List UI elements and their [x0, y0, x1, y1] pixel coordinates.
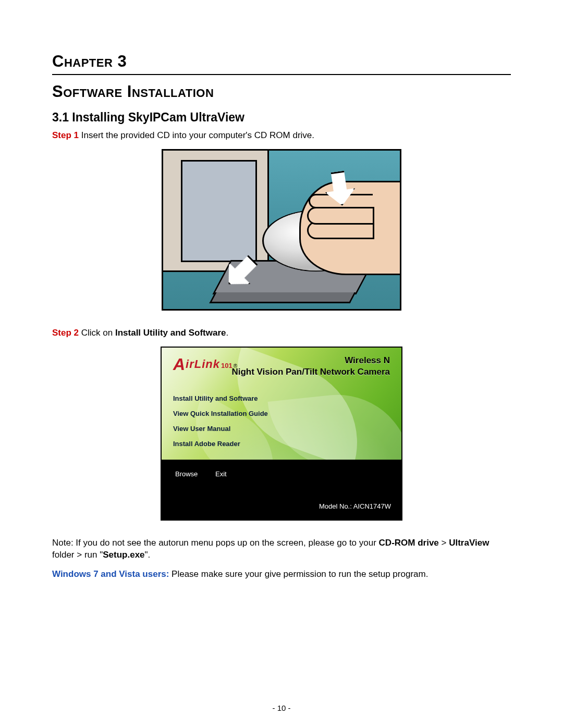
step2-text-after: . [226, 328, 229, 338]
step2-bold: Install Utility and Software [115, 328, 226, 338]
step2-text-before: Click on [79, 328, 115, 338]
step1-label: Step 1 [52, 130, 79, 140]
computer-panel-icon [181, 160, 257, 262]
installer-bottom-panel: Browse Exit Model No.: AICN1747W [162, 460, 401, 520]
step2-label: Step 2 [52, 328, 79, 338]
step2-paragraph: Step 2 Click on Install Utility and Soft… [52, 327, 511, 339]
product-title-line2: Night Vision Pan/Tilt Network Camera [231, 366, 390, 378]
product-title-line1: Wireless N [231, 355, 390, 366]
page-number: - 10 - [0, 704, 563, 712]
figure-installer: AirLink 101 ® Wireless N Night Vision Pa… [52, 347, 511, 523]
menu-install-adobe-reader[interactable]: Install Adobe Reader [173, 440, 268, 448]
figure-cd-insert [52, 149, 511, 313]
installer-menu: Install Utility and Software View Quick … [173, 394, 268, 455]
section-heading: 3.1 Installing SkyIPCam UltraView [52, 110, 511, 125]
logo-text: AirLink [173, 353, 220, 372]
installer-window: AirLink 101 ® Wireless N Night Vision Pa… [161, 347, 402, 521]
airlink-logo: AirLink 101 ® [173, 353, 237, 372]
step1-paragraph: Step 1 Insert the provided CD into your … [52, 130, 511, 142]
note-paragraph: Note: If you do not see the autorun menu… [52, 537, 511, 561]
browse-button[interactable]: Browse [175, 470, 198, 478]
product-title: Wireless N Night Vision Pan/Tilt Network… [231, 355, 390, 378]
windows-note-paragraph: Windows 7 and Vista users: Please make s… [52, 569, 511, 581]
chapter-title: Software Installation [52, 82, 511, 101]
note-cdrom: CD-ROM drive [379, 538, 439, 548]
windows-note-text: Please make sure your give permission to… [169, 569, 428, 579]
menu-install-utility[interactable]: Install Utility and Software [173, 394, 268, 402]
cd-insert-illustration [162, 149, 401, 311]
note-suffix: ". [145, 550, 151, 560]
chapter-rule [52, 74, 511, 75]
menu-view-quick-guide[interactable]: View Quick Installation Guide [173, 410, 268, 417]
logo-sub: 101 [221, 362, 232, 369]
document-page: Chapter 3 Software Installation 3.1 Inst… [0, 0, 563, 728]
chapter-label: Chapter 3 [52, 52, 511, 71]
step1-text: Insert the provided CD into your compute… [79, 130, 314, 140]
windows-note-bold: Windows 7 and Vista users: [52, 569, 169, 579]
note-mid1: > [439, 538, 449, 548]
note-prefix: Note: If you do not see the autorun menu… [52, 538, 379, 548]
installer-top-panel: AirLink 101 ® Wireless N Night Vision Pa… [162, 348, 401, 460]
installer-bottom-buttons: Browse Exit [175, 470, 242, 478]
note-setupexe: Setup.exe [103, 550, 144, 560]
note-ultraview: UltraView [449, 538, 489, 548]
exit-button[interactable]: Exit [215, 470, 227, 478]
menu-view-user-manual[interactable]: View User Manual [173, 425, 268, 433]
model-number: Model No.: AICN1747W [319, 502, 391, 510]
note-mid2: folder > run " [52, 550, 103, 560]
